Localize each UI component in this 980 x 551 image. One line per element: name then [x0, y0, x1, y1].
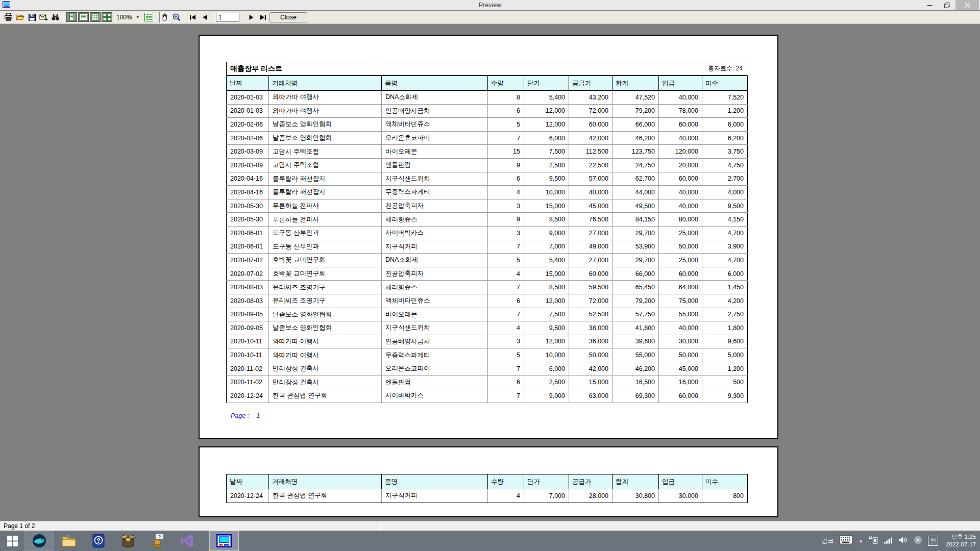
- taskbar-file-explorer[interactable]: [54, 531, 84, 551]
- cell-customer: 푸른하늘 전파사: [269, 213, 382, 227]
- column-header: 합계: [612, 474, 659, 489]
- table-row: 2020-01-03 와따가따 여행사 DNA소화제 8 5,400 43,20…: [227, 91, 748, 105]
- taskbar-help-book[interactable]: ?: [84, 531, 113, 551]
- maximize-button[interactable]: [938, 0, 955, 10]
- cell-total: 46,200: [612, 362, 659, 375]
- page-footer-label: Page :: [231, 412, 249, 419]
- cell-supply-price: 43,200: [569, 91, 612, 105]
- cell-unit-price: 2,500: [524, 375, 569, 389]
- keyboard-icon[interactable]: [839, 535, 853, 546]
- ime-korean-indicator[interactable]: 한: [928, 536, 938, 546]
- view-single-page-button[interactable]: [66, 12, 78, 23]
- cell-customer: 한국 관심법 연구회: [269, 489, 382, 503]
- cell-date: 2020-02-06: [227, 131, 269, 145]
- cell-deposit: 75,000: [659, 294, 702, 308]
- safely-remove-icon[interactable]: [914, 536, 922, 546]
- column-header: 단가: [524, 76, 569, 91]
- cell-deposit: 20,000: [659, 158, 702, 172]
- whale-browser-icon: [32, 533, 47, 548]
- cell-deposit: 60,000: [659, 172, 702, 186]
- table-row: 2020-11-02 만리장성 건축사 오리온쵸코파이 7 6,000 42,0…: [227, 362, 748, 375]
- cell-date: 2020-05-30: [227, 213, 269, 227]
- cell-supply-price: 112,500: [569, 145, 612, 159]
- close-preview-button[interactable]: Close: [270, 12, 307, 22]
- prev-page-button[interactable]: [199, 12, 211, 23]
- cell-quantity: 7: [488, 389, 524, 403]
- next-page-button[interactable]: [246, 12, 257, 23]
- taskbar-preview-app[interactable]: [209, 531, 239, 551]
- view-page-width-button[interactable]: [78, 12, 89, 23]
- table-row: 2020-04-16 룰루랄라 패션잡지 무중력스파게티 4 10,000 40…: [227, 186, 748, 199]
- cell-product: 체리향쥬스: [382, 213, 488, 227]
- find-button[interactable]: [50, 12, 61, 23]
- view-multi-page-button[interactable]: [101, 12, 113, 23]
- volume-icon[interactable]: [899, 536, 908, 546]
- svg-text:?: ?: [96, 537, 100, 544]
- cell-date: 2020-03-09: [227, 145, 269, 159]
- open-button[interactable]: [14, 12, 26, 23]
- cell-product: 지구식샌드위치: [382, 172, 488, 186]
- preview-app-icon: [216, 534, 232, 547]
- cell-total: 79,200: [612, 294, 659, 308]
- close-button[interactable]: [955, 0, 979, 10]
- cell-total: 123,750: [612, 145, 659, 159]
- toolbar-separator: [157, 13, 157, 22]
- cell-product: 무중력스파게티: [382, 348, 488, 362]
- cell-date: 2020-02-06: [227, 118, 269, 132]
- cell-customer: 유리씨즈 조명기구: [269, 294, 382, 308]
- cell-date: 2020-06-01: [227, 240, 269, 254]
- cell-unit-price: 9,500: [524, 321, 569, 335]
- cell-date: 2020-08-03: [227, 294, 269, 308]
- cell-product: 엔돌핀껌: [382, 158, 488, 172]
- print-button[interactable]: [3, 12, 14, 23]
- cell-quantity: 5: [488, 118, 524, 132]
- cell-receivable: 2,700: [702, 172, 748, 186]
- cell-customer: 도구동 산부인과: [269, 226, 382, 240]
- last-page-button[interactable]: [257, 12, 269, 23]
- fit-text-width-button[interactable]: [143, 12, 155, 23]
- cell-supply-price: 49,000: [569, 240, 612, 254]
- first-page-button[interactable]: [187, 12, 199, 23]
- export-mail-button[interactable]: [38, 12, 50, 23]
- cell-total: 49,500: [612, 199, 659, 213]
- cell-unit-price: 7,000: [524, 240, 569, 254]
- status-page-indicator: Page 1 of 2: [4, 522, 35, 530]
- save-button[interactable]: [26, 12, 38, 23]
- cell-total: 65,450: [612, 281, 659, 294]
- network-signal-icon[interactable]: [884, 536, 893, 546]
- cell-quantity: 9: [488, 213, 524, 227]
- table-row: 2020-09-05 날좀보소 영화인협회 바이오레몬 7 7,500 52,5…: [227, 308, 748, 321]
- column-header: 거래처명: [269, 76, 382, 91]
- chevron-down-icon[interactable]: ▼: [134, 14, 141, 20]
- battery-icon[interactable]: [869, 536, 878, 546]
- zoom-in-button[interactable]: [171, 12, 183, 23]
- zoom-select[interactable]: 100% ▼: [114, 14, 141, 21]
- cell-deposit: 40,000: [659, 199, 702, 213]
- cell-total: 30,800: [612, 489, 659, 503]
- taskbar-bell-help[interactable]: ?: [143, 531, 173, 551]
- taskbar: ? ? 링크 ▲: [0, 531, 980, 551]
- cell-receivable: 1,200: [702, 362, 748, 375]
- cell-receivable: 1,800: [702, 321, 748, 335]
- chevron-up-icon[interactable]: ▲: [859, 538, 863, 543]
- tray-clock[interactable]: 오후 1:25 2022-07-17: [944, 533, 976, 548]
- table-row: 2020-07-02 호박꽃 교미연구회 DNA소화제 5 5,400 27,0…: [227, 254, 748, 267]
- cell-total: 66,000: [612, 267, 659, 281]
- cell-total: 39,600: [612, 335, 659, 348]
- cell-supply-price: 60,000: [569, 267, 612, 281]
- page-number-input[interactable]: [216, 13, 239, 22]
- cell-receivable: 9,600: [702, 335, 748, 348]
- cell-supply-price: 60,000: [569, 118, 612, 132]
- minimize-button[interactable]: [921, 0, 938, 10]
- cell-date: 2020-07-02: [227, 254, 269, 267]
- taskbar-archive-box[interactable]: [113, 531, 143, 551]
- taskbar-whale-browser[interactable]: [24, 531, 54, 551]
- cell-date: 2020-12-24: [227, 489, 269, 503]
- pan-hand-button[interactable]: [159, 12, 171, 23]
- view-whole-page-button[interactable]: [89, 12, 101, 23]
- cell-customer: 호박꽃 교미연구회: [269, 254, 382, 267]
- cell-date: 2020-05-30: [227, 199, 269, 213]
- taskbar-visual-studio[interactable]: [173, 531, 202, 551]
- status-bar-divider: [105, 522, 105, 530]
- start-button[interactable]: [0, 531, 24, 551]
